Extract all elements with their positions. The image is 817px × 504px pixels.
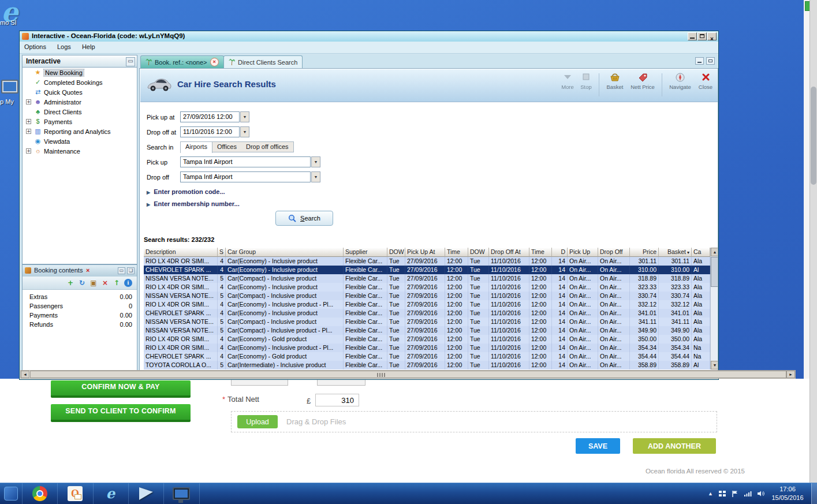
booking-contents-close-icon[interactable]: × xyxy=(86,267,89,274)
basket-button[interactable]: Basket xyxy=(603,72,626,90)
booking-contents-row[interactable]: Refunds0.00 xyxy=(23,320,137,330)
panel-restore-icon[interactable] xyxy=(706,57,715,65)
column-header-dow[interactable]: DOW xyxy=(387,248,405,257)
dropoff-combo[interactable]: Tampa Intl Airport xyxy=(180,171,311,182)
menu-help[interactable]: Help xyxy=(77,42,100,50)
table-row[interactable]: NISSAN VERSA NOTE...5Car(Compact) - Incl… xyxy=(144,318,710,326)
navigate-button[interactable]: Navigate xyxy=(666,72,694,90)
tree-expander-icon[interactable]: + xyxy=(26,99,31,104)
show-desktop-button[interactable] xyxy=(811,483,817,504)
table-vertical-scrollbar[interactable]: ▲ ▼ xyxy=(710,248,718,369)
tray-network-icon[interactable] xyxy=(744,490,752,497)
send-to-client-button[interactable]: SEND TO CLIENT TO CONFIRM xyxy=(51,404,191,422)
table-row[interactable]: CHEVROLET SPARK ...4Car(Economy) - Gold … xyxy=(144,352,710,361)
taskbar-computer-icon[interactable] xyxy=(163,483,200,504)
booking-contents-row[interactable]: Passengers0 xyxy=(23,302,137,311)
computer-desktop-icon[interactable] xyxy=(1,80,18,94)
pickup-dropdown-icon[interactable]: ▼ xyxy=(311,156,320,167)
column-header-drop-off[interactable]: Drop Off xyxy=(598,248,630,257)
table-row[interactable]: NISSAN VERSA NOTE...5Car(Compact) - Incl… xyxy=(144,292,710,300)
sidebar-item-direct-clients[interactable]: ♣Direct Clients xyxy=(23,107,137,117)
total-nett-input[interactable] xyxy=(315,394,359,406)
refresh-icon[interactable]: ↻ xyxy=(78,279,86,287)
delete-icon[interactable]: × xyxy=(101,279,109,287)
booking-contents-row[interactable]: Payments0.00 xyxy=(23,311,137,320)
pickup-at-field[interactable]: 27/09/2016 12:00 xyxy=(180,111,240,122)
sidebar-item-new-booking[interactable]: ★New Booking xyxy=(23,68,137,77)
tree-expander-icon[interactable]: + xyxy=(26,148,31,154)
table-row[interactable]: CHEVROLET SPARK ...4Car(Economy) - Inclu… xyxy=(144,309,710,318)
taskbar-app-icon[interactable] xyxy=(128,483,164,504)
scroll-right-icon[interactable]: ► xyxy=(786,371,795,378)
search-button[interactable]: Search xyxy=(275,211,333,226)
tree-expander-icon[interactable]: + xyxy=(26,119,31,124)
minimize-button[interactable] xyxy=(688,32,697,40)
table-row[interactable]: TOYOTA COROLLA O...5Car(Intermediate) - … xyxy=(144,361,710,369)
taskbar-ie-icon[interactable]: e xyxy=(93,483,129,504)
taskbar-chrome-icon[interactable] xyxy=(22,483,58,504)
column-header-car-group[interactable]: Car Group xyxy=(226,248,344,257)
table-row[interactable]: RIO LX 4DR OR SIMI...4Car(Economy) - Inc… xyxy=(144,300,710,309)
table-row[interactable]: RIO LX 4DR OR SIMI...4Car(Economy) - Gol… xyxy=(144,335,710,344)
tray-expand-icon[interactable]: ▲ xyxy=(708,491,713,496)
column-header-pick-up[interactable]: Pick Up xyxy=(568,248,598,257)
scrollbar-thumb[interactable] xyxy=(30,371,786,378)
tray-window-icon[interactable] xyxy=(718,490,726,497)
window-titlebar[interactable]: Interactive - Ocean-Florida (code: wLyLn… xyxy=(20,31,718,42)
pickup-at-dropdown-icon[interactable]: ▼ xyxy=(240,111,249,122)
tab-close-icon[interactable]: × xyxy=(210,58,219,66)
column-header-time[interactable]: Time xyxy=(445,248,468,257)
scroll-left-icon[interactable]: ◄ xyxy=(21,371,29,378)
taskbar-outlook-icon[interactable]: O xyxy=(57,483,94,504)
sidebar-item-viewdata[interactable]: ◉Viewdata xyxy=(23,136,137,146)
dropoff-at-field[interactable]: 11/10/2016 12:00 xyxy=(180,126,240,137)
pickup-combo[interactable]: Tampa Intl Airport xyxy=(180,156,311,167)
column-header-dow[interactable]: DOW xyxy=(468,248,489,257)
search-in-option-offices[interactable]: Offices xyxy=(212,142,241,153)
confirm-now-pay-button[interactable]: CONFIRM NOW & PAY xyxy=(51,380,191,398)
table-row[interactable]: NISSAN VERSA NOTE...5Car(Compact) - Incl… xyxy=(144,274,710,283)
column-header-d[interactable]: D xyxy=(552,248,568,257)
scroll-down-icon[interactable]: ▼ xyxy=(711,361,718,369)
booking-panel-minimize-button[interactable]: ▭ xyxy=(118,267,125,274)
sidebar-item-completed-bookings[interactable]: ✓Completed Bookings xyxy=(23,77,137,87)
search-in-option-drop-off-offices[interactable]: Drop off offices xyxy=(241,142,293,153)
column-header-price[interactable]: Price xyxy=(630,248,659,257)
booking-contents-titlebar[interactable]: Booking contents × ▭ ❏ xyxy=(23,265,137,277)
sidebar-item-administrator[interactable]: +☻Administrator xyxy=(23,97,137,107)
search-in-option-airports[interactable]: Airports xyxy=(180,142,212,153)
menu-logs[interactable]: Logs xyxy=(53,42,76,50)
sidebar-item-payments[interactable]: +$Payments xyxy=(23,117,137,126)
sidebar-item-reporting-and-analytics[interactable]: +▥Reporting and Analytics xyxy=(23,126,137,136)
promo-code-toggle[interactable]: ▶Enter promotion code... xyxy=(147,188,225,195)
booking-panel-restore-button[interactable]: ❏ xyxy=(127,267,135,274)
panel-minimize-icon[interactable] xyxy=(695,57,704,65)
horizontal-scrollbar[interactable]: ◄ ► xyxy=(20,370,796,379)
table-row[interactable]: RIO LX 4DR OR SIMI...4Car(Economy) - Inc… xyxy=(144,257,710,266)
column-header-time[interactable]: Time xyxy=(529,248,552,257)
column-header-basket[interactable]: Basket▾ xyxy=(659,248,692,257)
more-button[interactable]: More xyxy=(559,72,576,90)
tray-volume-icon[interactable] xyxy=(757,490,765,497)
tab-direct-clients-search[interactable]: Direct Clients Search xyxy=(223,55,303,68)
scroll-up-icon[interactable]: ▲ xyxy=(711,248,718,256)
add-icon[interactable]: + xyxy=(66,279,74,287)
column-header-pick-up-at[interactable]: Pick Up At xyxy=(405,248,445,257)
promote-icon[interactable]: ↑ xyxy=(113,279,121,287)
browser-vertical-scrollbar[interactable] xyxy=(809,0,817,483)
column-header-supplier[interactable]: Supplier xyxy=(344,248,387,257)
add-another-button[interactable]: ADD ANOTHER xyxy=(633,438,716,454)
taskbar-app-partial[interactable] xyxy=(0,483,23,504)
tray-flag-icon[interactable] xyxy=(732,490,738,498)
upload-dropzone[interactable]: Upload Drag & Drop Files xyxy=(231,411,717,432)
sidebar-item-quick-quotes[interactable]: ⇄Quick Quotes xyxy=(23,87,137,97)
scrollbar-thumb[interactable] xyxy=(811,87,816,185)
table-row[interactable]: RIO LX 4DR OR SIMI...4Car(Economy) - Inc… xyxy=(144,344,710,352)
maximize-button[interactable] xyxy=(697,32,707,40)
membership-toggle[interactable]: ▶Enter membership number... xyxy=(147,200,240,207)
sidebar-item-maintenance[interactable]: +☼Maintenance xyxy=(23,146,137,156)
scrollbar-thumb[interactable] xyxy=(711,257,718,287)
save-button[interactable]: SAVE xyxy=(576,438,620,454)
dropoff-at-dropdown-icon[interactable]: ▼ xyxy=(240,126,249,137)
close-panel-button[interactable]: Close xyxy=(695,72,716,90)
